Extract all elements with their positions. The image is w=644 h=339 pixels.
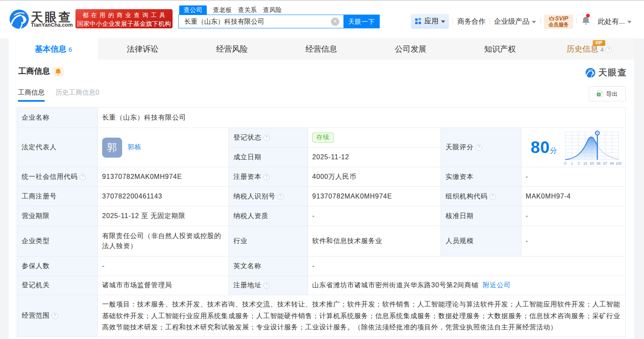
svg-text:50: 50 (590, 161, 594, 166)
svg-text:100: 100 (616, 161, 621, 166)
svg-text:15: 15 (583, 161, 587, 166)
svg-text:1: 1 (571, 161, 573, 166)
svg-text:0: 0 (564, 161, 566, 166)
svg-text:85: 85 (596, 161, 601, 166)
svg-text:97: 97 (603, 161, 607, 166)
svg-text:99: 99 (610, 161, 614, 166)
svg-text:3: 3 (578, 161, 580, 166)
